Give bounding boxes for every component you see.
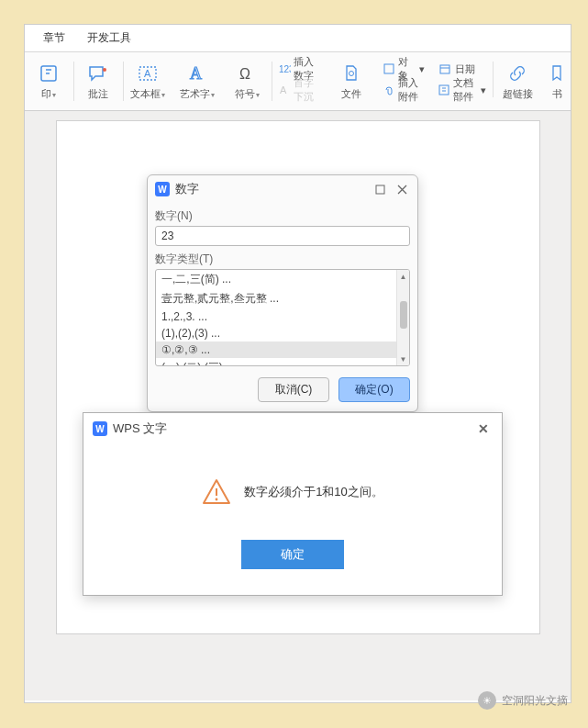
dropcap-icon: A bbox=[278, 84, 291, 96]
textbox-button[interactable]: A 文本框▾ bbox=[128, 60, 168, 103]
object-button[interactable]: 对象▾ bbox=[383, 60, 425, 78]
symbol-button[interactable]: Ω 符号▾ bbox=[227, 60, 267, 103]
svg-text:A: A bbox=[190, 64, 202, 83]
watermark-avatar-icon: ☀ bbox=[478, 691, 496, 710]
object-icon bbox=[383, 62, 395, 75]
file-icon bbox=[342, 62, 361, 85]
maximize-button[interactable] bbox=[372, 182, 388, 196]
svg-text:A: A bbox=[280, 84, 287, 95]
number-type-list[interactable]: 一,二,三(简) ... 壹元整,贰元整,叁元整 ... 1.,2.,3. ..… bbox=[155, 269, 410, 366]
warning-icon bbox=[202, 477, 231, 507]
scrollbar[interactable]: ▲ ▼ bbox=[396, 270, 409, 365]
chevron-down-icon: ▾ bbox=[419, 63, 425, 75]
file-button[interactable]: 文件 bbox=[331, 60, 372, 103]
number-input[interactable] bbox=[155, 226, 410, 246]
chevron-down-icon: ▾ bbox=[481, 84, 486, 96]
stamp-button[interactable]: 印▾ bbox=[28, 60, 69, 103]
wordart-icon: A bbox=[187, 62, 207, 85]
symbol-icon: Ω bbox=[237, 62, 257, 85]
list-item[interactable]: (一),(二),(三) ... bbox=[156, 358, 396, 366]
chevron-down-icon: ▾ bbox=[161, 91, 165, 99]
svg-point-1 bbox=[103, 68, 106, 72]
dialog-title: 数字 bbox=[175, 181, 199, 197]
stamp-icon bbox=[39, 62, 59, 85]
list-item[interactable]: 壹元整,贰元整,叁元整 ... bbox=[156, 289, 396, 308]
cancel-button[interactable]: 取消(C) bbox=[258, 377, 329, 402]
link-icon bbox=[507, 62, 527, 85]
insert-number-button[interactable]: 123 插入数字 bbox=[278, 60, 320, 78]
annotate-button[interactable]: 批注 bbox=[78, 60, 118, 103]
close-button[interactable]: ✕ bbox=[474, 421, 493, 436]
bookmark-button[interactable]: 书 bbox=[547, 60, 567, 103]
close-button[interactable] bbox=[394, 182, 410, 196]
dropcap-button[interactable]: A 首字下沉 bbox=[278, 81, 320, 99]
svg-rect-12 bbox=[439, 85, 449, 95]
wps-app-icon: W bbox=[93, 421, 107, 436]
svg-rect-10 bbox=[440, 65, 449, 73]
dialog-titlebar: W 数字 bbox=[148, 175, 417, 203]
number-field-label: 数字(N) bbox=[155, 207, 410, 226]
scroll-thumb[interactable] bbox=[400, 301, 407, 329]
textbox-icon: A bbox=[137, 62, 159, 85]
watermark: ☀ 空洞阳光文摘 bbox=[478, 691, 568, 710]
ribbon: 印▾ 批注 A 文本框▾ A 艺 bbox=[25, 52, 571, 111]
svg-point-8 bbox=[349, 72, 354, 76]
svg-text:A: A bbox=[144, 68, 151, 79]
warning-message: 数字必须介于1和10之间。 bbox=[244, 484, 383, 500]
warning-ok-button[interactable]: 确定 bbox=[241, 540, 344, 569]
wps-app-icon: W bbox=[155, 182, 170, 196]
doc-parts-button[interactable]: 文档部件▾ bbox=[438, 81, 486, 99]
chevron-down-icon: ▾ bbox=[52, 91, 56, 99]
ok-button[interactable]: 确定(O) bbox=[338, 377, 410, 402]
number-dialog: W 数字 数字(N) 数字类型(T) 一,二,三(简) ... 壹元整,贰元整,… bbox=[147, 174, 418, 412]
list-item-selected[interactable]: ①,②,③ ... bbox=[156, 342, 396, 358]
menu-devtools[interactable]: 开发工具 bbox=[87, 30, 131, 46]
wordart-button[interactable]: A 艺术字▾ bbox=[177, 60, 217, 103]
warning-dialog: W WPS 文字 ✕ 数字必须介于1和10之间。 确定 bbox=[83, 412, 503, 596]
watermark-text: 空洞阳光文摘 bbox=[502, 693, 568, 709]
calendar-icon bbox=[438, 62, 452, 75]
square-icon bbox=[375, 185, 385, 195]
chevron-down-icon: ▾ bbox=[256, 91, 260, 99]
list-item[interactable]: (1),(2),(3) ... bbox=[156, 325, 396, 342]
svg-point-17 bbox=[216, 498, 218, 501]
attachment-icon bbox=[383, 84, 395, 96]
insert-attachment-button[interactable]: 插入附件 bbox=[383, 81, 425, 99]
annotate-icon bbox=[87, 62, 109, 85]
close-icon: ✕ bbox=[478, 421, 489, 436]
svg-rect-9 bbox=[384, 64, 394, 73]
warning-dialog-title: WPS 文字 bbox=[113, 420, 167, 437]
list-item[interactable]: 1.,2.,3. ... bbox=[156, 308, 396, 325]
bookmark-icon bbox=[549, 62, 565, 85]
scroll-up-icon[interactable]: ▲ bbox=[397, 270, 409, 283]
scroll-down-icon[interactable]: ▼ bbox=[397, 353, 409, 365]
svg-text:123: 123 bbox=[279, 64, 291, 74]
chevron-down-icon: ▾ bbox=[211, 91, 215, 99]
type-field-label: 数字类型(T) bbox=[155, 250, 410, 269]
number-icon: 123 bbox=[278, 62, 291, 75]
close-icon bbox=[397, 185, 407, 195]
list-item[interactable]: 一,二,三(简) ... bbox=[156, 270, 396, 289]
hyperlink-button[interactable]: 超链接 bbox=[497, 60, 538, 103]
docparts-icon bbox=[438, 84, 450, 96]
svg-text:Ω: Ω bbox=[239, 66, 250, 82]
menu-chapter[interactable]: 章节 bbox=[43, 30, 65, 46]
menu-bar: 章节 开发工具 bbox=[25, 25, 571, 52]
date-button[interactable]: 日期 bbox=[438, 60, 486, 78]
svg-rect-15 bbox=[376, 185, 384, 194]
